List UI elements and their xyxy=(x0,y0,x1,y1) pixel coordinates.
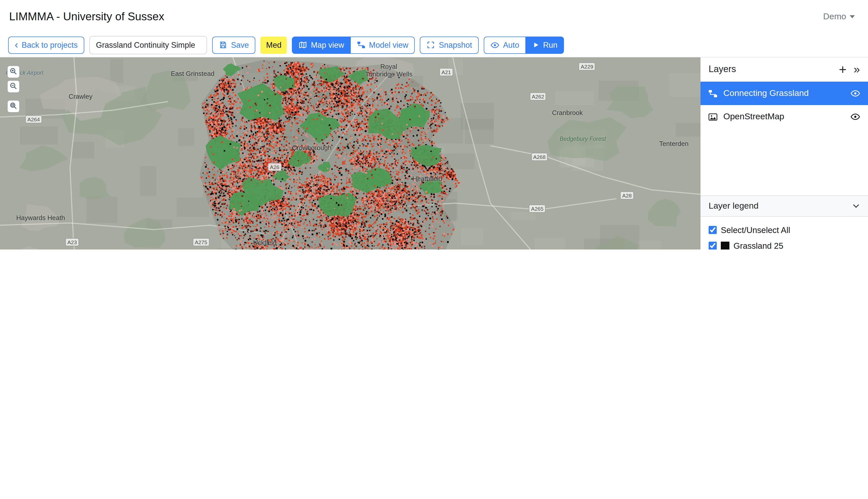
chevron-down-icon xyxy=(852,201,860,211)
layer-name: Connecting Grassland xyxy=(723,88,845,98)
back-to-projects-button[interactable]: ‹ Back to projects xyxy=(8,36,84,53)
toolbar: ‹ Back to projects Save Med Map view Mod… xyxy=(0,33,868,57)
run-label: Run xyxy=(543,40,558,49)
zoom-extent-button[interactable] xyxy=(7,100,20,113)
image-icon xyxy=(708,112,718,122)
user-menu-label: Demo xyxy=(823,11,846,22)
legend-label: Grassland 25 xyxy=(733,241,783,250)
save-icon xyxy=(219,40,228,49)
visibility-toggle-icon[interactable] xyxy=(850,112,860,122)
map-canvas[interactable] xyxy=(0,57,700,250)
save-label: Save xyxy=(231,40,249,49)
zoom-extent-icon xyxy=(9,101,18,111)
layer-row-openstreetmap[interactable]: OpenStreetMap xyxy=(700,105,868,129)
layer-row-connecting-grassland[interactable]: Connecting Grassland xyxy=(700,82,868,105)
header: LIMMMA - University of Sussex Demo xyxy=(0,0,868,33)
map-area[interactable]: Gatwick AirportEast GrinsteadCrawleyRoya… xyxy=(0,57,700,250)
layer-name: OpenStreetMap xyxy=(723,112,845,122)
map-view-button[interactable]: Map view xyxy=(292,36,351,53)
collapse-panel-button[interactable]: » xyxy=(854,64,860,75)
page-title: LIMMMA - University of Sussex xyxy=(9,10,164,23)
legend-swatch xyxy=(721,241,730,250)
snapshot-button[interactable]: Snapshot xyxy=(420,36,479,53)
layers-list: Connecting GrasslandOpenStreetMap xyxy=(700,82,868,195)
legend-item: Grassland 25 xyxy=(709,240,860,250)
map-zoom-controls xyxy=(7,65,20,113)
main: Gatwick AirportEast GrinsteadCrawleyRoya… xyxy=(0,57,868,250)
legend-checkbox[interactable] xyxy=(709,242,717,250)
project-name-input[interactable] xyxy=(89,36,207,54)
legend-item: Select/Unselect All xyxy=(709,224,860,236)
map-icon xyxy=(299,40,307,49)
layers-title: Layers xyxy=(709,64,736,75)
save-button[interactable]: Save xyxy=(212,36,256,53)
zoom-out-icon xyxy=(9,82,18,92)
status-badge: Med xyxy=(261,36,287,53)
auto-label: Auto xyxy=(503,40,519,49)
legend-collapse-button[interactable] xyxy=(852,201,860,211)
model-view-label: Model view xyxy=(369,40,408,49)
auto-button[interactable]: Auto xyxy=(484,36,526,53)
legend-label: Select/Unselect All xyxy=(721,225,790,235)
visibility-toggle-icon[interactable] xyxy=(850,88,860,98)
eye-icon xyxy=(490,40,500,49)
caret-down-icon xyxy=(850,15,855,18)
model-icon xyxy=(357,40,366,49)
legend-checkbox[interactable] xyxy=(709,226,717,234)
play-icon xyxy=(532,41,540,49)
model-view-button[interactable]: Model view xyxy=(350,36,415,53)
run-button[interactable]: Run xyxy=(525,36,564,53)
zoom-in-button[interactable] xyxy=(7,65,20,78)
snapshot-label: Snapshot xyxy=(439,40,472,49)
layer-legend-header: Layer legend xyxy=(700,195,868,217)
zoom-out-button[interactable] xyxy=(7,80,20,93)
legend-list: Select/Unselect AllGrassland 25Grassland… xyxy=(700,217,868,250)
layer-legend-title: Layer legend xyxy=(709,201,759,211)
map-view-label: Map view xyxy=(311,40,344,49)
view-toggle-group: Map view Model view xyxy=(292,36,415,53)
run-group: Auto Run xyxy=(484,36,564,53)
chevron-left-icon: ‹ xyxy=(15,39,18,49)
zoom-in-icon xyxy=(9,67,18,77)
model-icon xyxy=(708,88,718,98)
layers-panel-actions: + » xyxy=(839,63,860,76)
app-root: LIMMMA - University of Sussex Demo ‹ Bac… xyxy=(0,0,868,250)
layers-panel-header: Layers + » xyxy=(700,57,868,82)
add-layer-button[interactable]: + xyxy=(839,63,846,76)
user-menu[interactable]: Demo xyxy=(823,11,855,22)
layers-panel: Layers + » Connecting GrasslandOpenStree… xyxy=(700,57,868,250)
snapshot-icon xyxy=(427,40,435,49)
back-to-projects-label: Back to projects xyxy=(22,40,78,49)
